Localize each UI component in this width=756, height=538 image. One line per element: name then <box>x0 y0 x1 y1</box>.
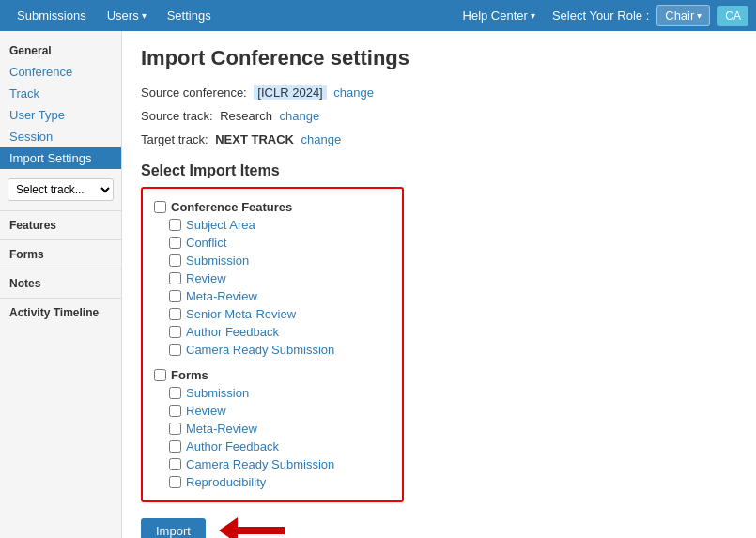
checkbox-meta-review-forms[interactable] <box>169 423 181 435</box>
chair-dropdown-icon: ▾ <box>697 10 702 21</box>
label-submission-forms: Submission <box>186 386 249 400</box>
track-select[interactable]: Select track... <box>8 178 114 201</box>
item-submission-forms: Submission <box>154 384 391 402</box>
label-meta-review-forms: Meta-Review <box>186 422 257 436</box>
main-layout: General Conference Track User Type Sessi… <box>0 31 756 538</box>
target-track-value: NEXT TRACK <box>215 132 294 146</box>
label-review-cf: Review <box>186 271 226 285</box>
item-camera-ready-cf: Camera Ready Submission <box>154 341 391 359</box>
source-track-label: Source track: <box>141 109 213 123</box>
select-your-role-label: Select Your Role : <box>552 8 649 23</box>
checkbox-senior-meta-review-cf[interactable] <box>169 308 181 320</box>
main-content: Import Conference settings Source confer… <box>122 31 756 538</box>
sidebar-features-label: Features <box>0 210 121 236</box>
select-import-title: Select Import Items <box>141 162 737 179</box>
item-reproducibility-forms: Reproducibility <box>154 473 391 491</box>
label-author-feedback-cf: Author Feedback <box>186 325 279 339</box>
ca-button[interactable]: CA <box>717 6 748 26</box>
sidebar-item-import-settings[interactable]: Import Settings <box>0 147 121 169</box>
top-nav: Submissions Users ▾ Settings Help Center… <box>0 0 756 31</box>
sidebar-item-track[interactable]: Track <box>0 83 121 104</box>
group-conference-features-label: Conference Features <box>171 200 292 214</box>
item-meta-review-cf: Meta-Review <box>154 287 391 305</box>
source-conference-value: [ICLR 2024] <box>254 85 326 100</box>
item-author-feedback-forms: Author Feedback <box>154 438 391 455</box>
sidebar-activity-label: Activity Timeline <box>0 298 121 323</box>
sidebar-general-label: General <box>0 38 121 61</box>
import-area: Import <box>141 517 737 538</box>
source-track-row: Source track: Research change <box>141 107 737 127</box>
sidebar-item-session[interactable]: Session <box>0 126 121 147</box>
checkbox-forms[interactable] <box>154 369 166 381</box>
import-button[interactable]: Import <box>141 518 206 538</box>
item-submission-cf: Submission <box>154 252 391 269</box>
arrow-indicator <box>221 517 285 538</box>
checkbox-meta-review-cf[interactable] <box>169 290 181 302</box>
source-conference-row: Source conference: [ICLR 2024] change <box>141 84 737 103</box>
group-forms: Forms <box>154 366 391 384</box>
checkbox-author-feedback-forms[interactable] <box>169 440 181 453</box>
checkbox-author-feedback-cf[interactable] <box>169 326 181 338</box>
checkbox-submission-forms[interactable] <box>169 387 181 399</box>
group-forms-label: Forms <box>171 368 208 382</box>
nav-help-center[interactable]: Help Center ▾ <box>454 3 545 28</box>
checkbox-camera-ready-forms[interactable] <box>169 458 181 470</box>
checkbox-reproducibility-forms[interactable] <box>169 476 181 488</box>
nav-submissions[interactable]: Submissions <box>8 3 96 28</box>
item-camera-ready-forms: Camera Ready Submission <box>154 455 391 473</box>
nav-users[interactable]: Users ▾ <box>98 3 156 28</box>
label-review-forms: Review <box>186 404 226 418</box>
label-author-feedback-forms: Author Feedback <box>186 439 279 453</box>
source-track-change[interactable]: change <box>279 109 319 123</box>
target-track-change[interactable]: change <box>301 132 342 146</box>
source-track-value: Research <box>220 109 272 123</box>
sidebar-item-user-type[interactable]: User Type <box>0 104 121 126</box>
help-dropdown-icon: ▾ <box>531 10 535 21</box>
arrow-body <box>238 527 285 534</box>
item-conflict: Conflict <box>154 234 391 252</box>
label-senior-meta-review-cf: Senior Meta-Review <box>186 307 296 321</box>
source-conference-label: Source conference: <box>141 85 247 100</box>
sidebar-item-conference[interactable]: Conference <box>0 61 121 83</box>
checkbox-conference-features[interactable] <box>154 201 166 213</box>
sidebar: General Conference Track User Type Sessi… <box>0 31 122 538</box>
item-meta-review-forms: Meta-Review <box>154 420 391 438</box>
import-items-box: Conference Features Subject Area Conflic… <box>141 187 404 502</box>
checkbox-conflict[interactable] <box>169 237 181 249</box>
label-submission-cf: Submission <box>186 254 249 268</box>
track-select-wrapper: Select track... <box>0 173 121 207</box>
label-subject-area: Subject Area <box>186 218 255 232</box>
page-title: Import Conference settings <box>141 46 737 70</box>
sidebar-notes-label: Notes <box>0 269 121 294</box>
checkbox-review-cf[interactable] <box>169 272 181 284</box>
checkbox-camera-ready-cf[interactable] <box>169 344 181 356</box>
arrow-head-icon <box>219 517 238 538</box>
group-conference-features: Conference Features <box>154 198 391 216</box>
item-author-feedback-cf: Author Feedback <box>154 323 391 341</box>
label-camera-ready-cf: Camera Ready Submission <box>186 343 334 357</box>
checkbox-review-forms[interactable] <box>169 405 181 417</box>
users-dropdown-icon: ▾ <box>142 10 147 21</box>
label-meta-review-cf: Meta-Review <box>186 289 257 303</box>
item-senior-meta-review-cf: Senior Meta-Review <box>154 305 391 323</box>
chair-button[interactable]: Chair ▾ <box>656 5 710 26</box>
checkbox-submission-cf[interactable] <box>169 254 181 267</box>
label-camera-ready-forms: Camera Ready Submission <box>186 457 334 471</box>
item-review-cf: Review <box>154 269 391 287</box>
label-conflict: Conflict <box>186 236 226 250</box>
source-conference-change[interactable]: change <box>333 85 374 100</box>
label-reproducibility-forms: Reproducibility <box>186 475 266 489</box>
target-track-label: Target track: <box>141 132 208 146</box>
item-review-forms: Review <box>154 402 391 420</box>
item-subject-area: Subject Area <box>154 216 391 234</box>
sidebar-forms-label: Forms <box>0 239 121 265</box>
checkbox-subject-area[interactable] <box>169 219 181 231</box>
nav-settings[interactable]: Settings <box>158 3 221 28</box>
target-track-row: Target track: NEXT TRACK change <box>141 131 737 150</box>
